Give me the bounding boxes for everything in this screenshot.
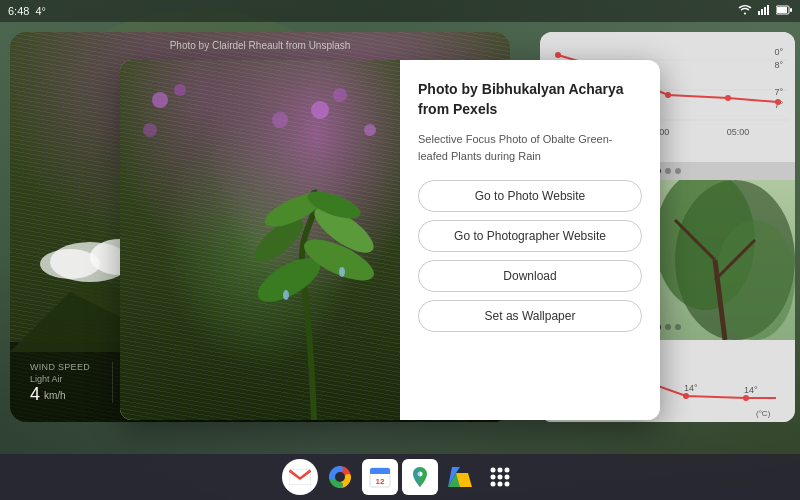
modal-buttons: Go to Photo Website Go to Photographer W… bbox=[418, 180, 642, 332]
wind-speed-value: 4 bbox=[30, 385, 40, 403]
svg-text:12: 12 bbox=[376, 477, 385, 486]
svg-point-58 bbox=[143, 123, 157, 137]
svg-point-73 bbox=[505, 475, 510, 480]
svg-point-54 bbox=[174, 84, 186, 96]
photo-modal: Photo by Bibhukalyan Acharya from Pexels… bbox=[120, 60, 660, 420]
svg-point-14 bbox=[40, 249, 100, 279]
status-bar-left: 6:48 4° bbox=[8, 5, 46, 17]
svg-point-68 bbox=[491, 468, 496, 473]
svg-text:14°: 14° bbox=[684, 383, 698, 393]
svg-point-57 bbox=[272, 112, 288, 128]
wifi-icon bbox=[738, 5, 752, 17]
svg-point-76 bbox=[505, 482, 510, 487]
google-photos-icon[interactable] bbox=[322, 459, 358, 495]
dot-3 bbox=[675, 168, 681, 174]
svg-text:05:00: 05:00 bbox=[727, 127, 750, 137]
status-bar: 6:48 4° bbox=[0, 0, 800, 22]
wind-speed-label: Wind Speed bbox=[30, 362, 90, 372]
modal-title: Photo by Bibhukalyan Acharya from Pexels bbox=[418, 80, 642, 119]
modal-plant-svg bbox=[224, 160, 400, 420]
dot-2 bbox=[665, 168, 671, 174]
signal-icon bbox=[758, 5, 770, 17]
modal-photo bbox=[120, 60, 400, 420]
svg-point-38 bbox=[683, 393, 689, 399]
svg-text:7°: 7° bbox=[774, 87, 783, 97]
dot-m-3 bbox=[675, 324, 681, 330]
download-button[interactable]: Download bbox=[418, 260, 642, 292]
time-display: 6:48 bbox=[8, 5, 29, 17]
svg-point-51 bbox=[283, 290, 289, 300]
gmail-icon[interactable] bbox=[282, 459, 318, 495]
svg-point-32 bbox=[715, 220, 795, 340]
svg-text:0°: 0° bbox=[774, 47, 783, 57]
modal-subtitle: Selective Focus Photo of Obalte Green-le… bbox=[418, 131, 642, 164]
wind-speed-value-row: 4 km/h bbox=[30, 385, 66, 403]
apps-icon[interactable] bbox=[482, 459, 518, 495]
svg-point-69 bbox=[498, 468, 503, 473]
svg-point-25 bbox=[555, 52, 561, 58]
svg-point-39 bbox=[743, 395, 749, 401]
svg-point-56 bbox=[333, 88, 347, 102]
drive-icon[interactable] bbox=[442, 459, 478, 495]
svg-text:14°: 14° bbox=[744, 385, 758, 395]
svg-point-72 bbox=[498, 475, 503, 480]
svg-text:(°C): (°C) bbox=[756, 409, 771, 418]
taskbar: 12 bbox=[0, 454, 800, 500]
temperature-display: 4° bbox=[35, 5, 46, 17]
modal-info-section: Photo by Bibhukalyan Acharya from Pexels… bbox=[400, 60, 660, 420]
calendar-icon[interactable]: 12 bbox=[362, 459, 398, 495]
maps-icon[interactable] bbox=[402, 459, 438, 495]
svg-point-55 bbox=[311, 101, 329, 119]
svg-rect-62 bbox=[370, 473, 390, 474]
svg-point-70 bbox=[505, 468, 510, 473]
svg-point-75 bbox=[498, 482, 503, 487]
dot-m-2 bbox=[665, 324, 671, 330]
photo-credit: Photo by Clairdel Rheault from Unsplash bbox=[170, 40, 351, 51]
battery-icon bbox=[776, 5, 792, 17]
go-to-photo-button[interactable]: Go to Photo Website bbox=[418, 180, 642, 212]
svg-rect-3 bbox=[758, 11, 760, 15]
svg-point-28 bbox=[725, 95, 731, 101]
go-to-photographer-button[interactable]: Go to Photographer Website bbox=[418, 220, 642, 252]
svg-rect-5 bbox=[764, 7, 766, 15]
svg-point-52 bbox=[339, 267, 345, 277]
svg-point-59 bbox=[364, 124, 376, 136]
svg-point-71 bbox=[491, 475, 496, 480]
wind-speed-sublabel: Light Air bbox=[30, 374, 63, 384]
svg-point-29 bbox=[775, 99, 781, 105]
svg-point-27 bbox=[665, 92, 671, 98]
svg-point-74 bbox=[491, 482, 496, 487]
wind-speed-stat: Wind Speed Light Air 4 km/h bbox=[22, 362, 113, 403]
set-wallpaper-button[interactable]: Set as Wallpaper bbox=[418, 300, 642, 332]
svg-rect-9 bbox=[790, 8, 792, 12]
wind-speed-unit: km/h bbox=[44, 390, 66, 401]
svg-rect-8 bbox=[777, 7, 787, 13]
svg-rect-6 bbox=[767, 5, 769, 15]
svg-text:8°: 8° bbox=[774, 60, 783, 70]
svg-rect-4 bbox=[761, 9, 763, 15]
svg-point-53 bbox=[152, 92, 168, 108]
status-bar-right bbox=[738, 5, 792, 17]
